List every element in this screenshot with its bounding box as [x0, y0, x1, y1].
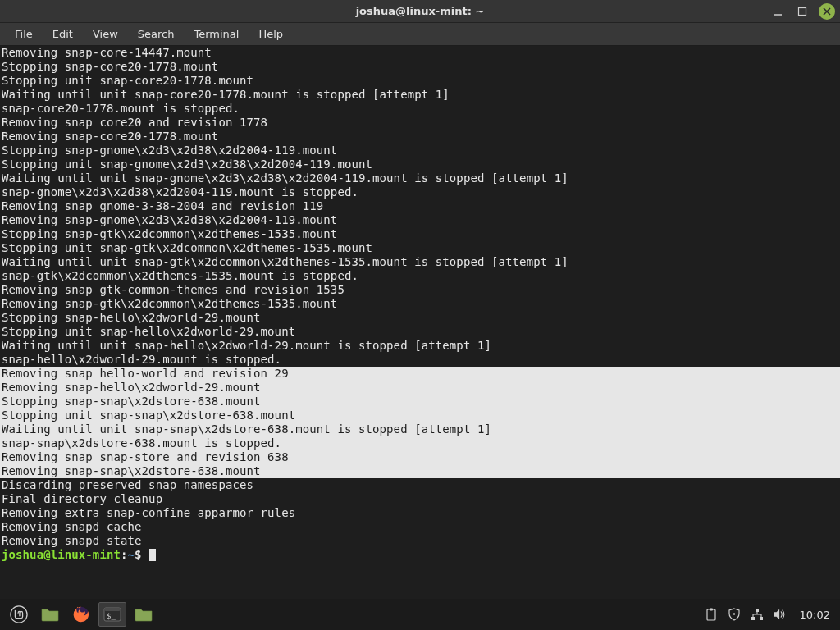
terminal-line: Stopping snap-hello\x2dworld-29.mount — [0, 311, 840, 325]
terminal-line: Removing snap-core-14447.mount — [0, 46, 840, 60]
terminal-line: snap-snap\x2dstore-638.mount is stopped. — [0, 436, 840, 450]
titlebar: joshua@linux-mint: ~ — [0, 0, 840, 23]
maximize-icon — [797, 7, 807, 16]
terminal-line: Discarding preserved snap namespaces — [0, 478, 840, 492]
folder-icon — [41, 607, 59, 622]
terminal-line: Removing snap-core20-1778.mount — [0, 130, 840, 144]
menu-search[interactable]: Search — [130, 25, 183, 43]
mint-logo-icon — [10, 605, 28, 623]
terminal-line: Waiting until unit snap-snap\x2dstore-63… — [0, 422, 840, 436]
system-tray: 10:02 — [705, 608, 835, 621]
clipboard-icon — [705, 608, 717, 621]
close-button[interactable] — [819, 3, 835, 20]
taskbar-files-button[interactable] — [36, 602, 64, 627]
svg-point-11 — [733, 613, 734, 614]
terminal-line: Removing snap core20 and revision 1778 — [0, 116, 840, 130]
terminal-line: Waiting until unit snap-gnome\x2d3\x2d38… — [0, 171, 840, 185]
menu-help[interactable]: Help — [250, 25, 291, 43]
tray-volume-button[interactable] — [774, 608, 787, 621]
terminal-line: Waiting until unit snap-hello\x2dworld-2… — [0, 339, 840, 353]
start-menu-button[interactable] — [5, 602, 33, 627]
menu-file[interactable]: File — [7, 25, 41, 43]
menu-edit[interactable]: Edit — [44, 25, 81, 43]
terminal-line: Removing extra snap-confine apparmor rul… — [0, 506, 840, 520]
taskbar: $_ — [0, 599, 840, 630]
window-title: joshua@linux-mint: ~ — [0, 5, 840, 17]
terminal-line: Stopping snap-core20-1778.mount — [0, 60, 840, 74]
close-icon — [823, 7, 831, 16]
terminal-line: Waiting until unit snap-core20-1778.moun… — [0, 88, 840, 102]
terminal-line: Removing snapd cache — [0, 520, 840, 534]
terminal-line: Removing snapd state — [0, 534, 840, 548]
svg-rect-13 — [751, 617, 755, 620]
terminal-line: snap-hello\x2dworld-29.mount is stopped. — [0, 353, 840, 367]
terminal-line: Removing snap-hello\x2dworld-29.mount — [0, 381, 840, 395]
terminal-line: Removing snap gnome-3-38-2004 and revisi… — [0, 199, 840, 213]
svg-rect-9 — [707, 609, 715, 620]
minimize-button[interactable] — [769, 3, 786, 20]
terminal-line: Removing snap gtk-common-themes and revi… — [0, 283, 840, 297]
folder-open-icon — [135, 607, 153, 622]
terminal-line: Waiting until unit snap-gtk\x2dcommon\x2… — [0, 255, 840, 269]
terminal-line: Stopping unit snap-gnome\x2d3\x2d38\x2d2… — [0, 158, 840, 171]
taskbar-files-open-button[interactable] — [130, 602, 158, 627]
terminal-line: Stopping unit snap-gtk\x2dcommon\x2dthem… — [0, 241, 840, 255]
terminal-line: Final directory cleanup — [0, 492, 840, 506]
menubar: File Edit View Search Terminal Help — [0, 23, 840, 46]
terminal-line: Removing snap hello-world and revision 2… — [0, 367, 840, 381]
terminal-line: Stopping snap-gnome\x2d3\x2d38\x2d2004-1… — [0, 144, 840, 158]
firefox-icon — [72, 605, 90, 623]
terminal-line: Removing snap-gnome\x2d3\x2d38\x2d2004-1… — [0, 213, 840, 227]
clock[interactable]: 10:02 — [797, 609, 830, 621]
svg-rect-10 — [710, 609, 713, 611]
terminal-prompt[interactable]: joshua@linux-mint:~$ — [0, 548, 840, 562]
window-controls — [769, 0, 835, 23]
terminal-line: snap-gnome\x2d3\x2d38\x2d2004-119.mount … — [0, 185, 840, 199]
terminal-line: Removing snap snap-store and revision 63… — [0, 450, 840, 464]
terminal-icon: $_ — [103, 607, 121, 622]
svg-text:$_: $_ — [107, 612, 116, 620]
speaker-icon — [774, 608, 787, 621]
terminal-line: Stopping snap-gtk\x2dcommon\x2dthemes-15… — [0, 227, 840, 241]
terminal-line: snap-core20-1778.mount is stopped. — [0, 102, 840, 116]
cursor — [149, 549, 156, 561]
terminal-line: Stopping unit snap-snap\x2dstore-638.mou… — [0, 409, 840, 422]
taskbar-terminal-button[interactable]: $_ — [98, 602, 126, 627]
terminal-line: Stopping snap-snap\x2dstore-638.mount — [0, 395, 840, 409]
network-icon — [751, 608, 764, 621]
svg-rect-7 — [104, 608, 121, 611]
svg-point-4 — [11, 606, 27, 623]
tray-network-button[interactable] — [751, 608, 764, 621]
taskbar-firefox-button[interactable] — [67, 602, 95, 627]
svg-rect-1 — [799, 8, 806, 16]
shield-icon — [728, 608, 741, 621]
terminal-viewport[interactable]: Removing snap-core-14447.mountStopping s… — [0, 46, 840, 599]
svg-rect-12 — [756, 609, 759, 612]
terminal-window: joshua@linux-mint: ~ File Edit View Sear… — [0, 0, 840, 599]
terminal-line: Stopping unit snap-hello\x2dworld-29.mou… — [0, 325, 840, 339]
terminal-line: snap-gtk\x2dcommon\x2dthemes-1535.mount … — [0, 269, 840, 283]
menu-view[interactable]: View — [84, 25, 126, 43]
tray-clipboard-button[interactable] — [705, 608, 718, 621]
terminal-line: Removing snap-snap\x2dstore-638.mount — [0, 464, 840, 478]
maximize-button[interactable] — [794, 3, 810, 20]
terminal-line: Stopping unit snap-core20-1778.mount — [0, 74, 840, 88]
menu-terminal[interactable]: Terminal — [185, 25, 247, 43]
tray-updates-button[interactable] — [728, 608, 741, 621]
minimize-icon — [773, 7, 783, 16]
terminal-line: Removing snap-gtk\x2dcommon\x2dthemes-15… — [0, 297, 840, 311]
taskbar-left: $_ — [5, 602, 158, 627]
svg-rect-14 — [760, 617, 763, 620]
